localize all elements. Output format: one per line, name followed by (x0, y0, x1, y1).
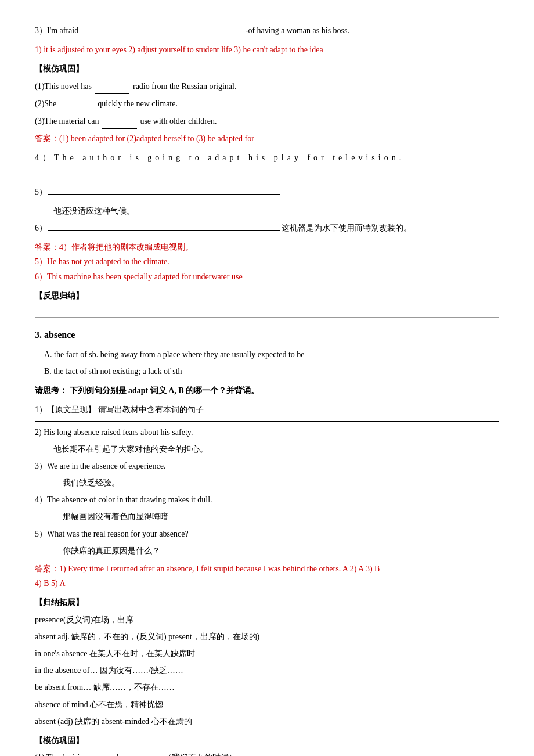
absence-item4-cn: 那幅画因没有着色而显得晦暗 (63, 509, 499, 524)
item3-blank (82, 33, 244, 33)
reflect-title: 【反思归纳】 (35, 289, 499, 303)
expand-title: 【归纳拓展】 (35, 595, 499, 610)
practice-item-3: (3)The material can use with older child… (35, 114, 499, 129)
answer4-text: 答案：4）作者将把他的剧本改编成电视剧。 (35, 243, 193, 251)
answer3-text: 1) it is adjusted to your eyes 2) adjust… (35, 45, 323, 54)
absence-answer-45: 4) B 5) A (35, 579, 66, 588)
absence-answer: 答案：1) Every time I returned after an abs… (35, 561, 499, 591)
item-6: 6）这机器是为水下使用而特别改装的。 (35, 221, 499, 235)
section-divider (35, 317, 499, 318)
practice-item-1: (1)This novel has radio from the Russian… (35, 79, 499, 94)
item4-text: 4）The author is going to adapt his play … (35, 153, 405, 162)
absence-item3-cn: 我们缺乏经验。 (63, 476, 499, 490)
practice-title-2: 【模仿巩固】 (35, 733, 499, 748)
think-prompt: 请思考： 下列例句分别是 adapt 词义 A, B 的哪一个？并背诵。 (35, 383, 499, 398)
answer5-text: 5）He has not yet adapted to the climate. (35, 257, 169, 266)
absence-answer-text: 答案：1) Every time I returned after an abs… (35, 564, 380, 573)
absence-item4: 4）The absence of color in that drawing m… (35, 492, 499, 507)
expand-5: be absent from… 缺席……，不存在…… (35, 680, 499, 694)
expand-6: absence of mind 心不在焉，精神恍惚 (35, 697, 499, 712)
expand-7: absent (adj) 缺席的 absent-minded 心不在焉的 (35, 714, 499, 729)
absence-item2-cn: 他长期不在引起了大家对他的安全的担心。 (53, 442, 499, 456)
think-text: 下列例句分别是 adapt 词义 A, B 的哪一个？并背诵。 (70, 386, 259, 395)
absence-item5-cn: 你缺席的真正原因是什么？ (63, 543, 499, 558)
expand-1: presence(反义词)在场，出席 (35, 613, 499, 627)
expand-4: in the absence of… 因为没有……/缺乏…… (35, 663, 499, 678)
answer-3: 1) it is adjusted to your eyes 2) adjust… (35, 42, 499, 57)
think-label: 请思考： (35, 386, 67, 395)
blank-3a (102, 114, 137, 129)
item-4: 4）The author is going to adapt his play … (35, 150, 499, 179)
word-absence-title: 3. absence (35, 327, 499, 344)
item4-blank (36, 175, 268, 175)
absence-item2: 2) His long absence raised fears about h… (35, 425, 499, 440)
item-5: 5） (35, 185, 499, 199)
practice-item-2: (2)She quickly the new climate. (35, 96, 499, 111)
absence-item5: 5）What was the real reason for your abse… (35, 527, 499, 541)
answer6-text: 6）This machine has been specially adapte… (35, 272, 243, 281)
item-3: 3）I'm afraid -of having a woman as his b… (35, 23, 499, 38)
def-a: A. the fact of sb. being away from a pla… (44, 347, 499, 362)
item1-blank-line (35, 421, 499, 422)
expand-2: absent adj. 缺席的，不在的，(反义词) present，出席的，在场… (35, 629, 499, 644)
blank-2a (60, 96, 95, 111)
def-b: B. the fact of sth not existing; a lack … (44, 364, 499, 379)
expand-3: in one's absence 在某人不在时，在某人缺席时 (35, 646, 499, 661)
absence-practice-1: (1) The decision was made .（我们不在的时候） (35, 750, 499, 756)
item6-blank (48, 230, 280, 231)
absence-item1: 1）【原文呈现】 请写出教材中含有本词的句子 (35, 402, 499, 417)
item3-text: 3）I'm afraid -of having a woman as his b… (35, 26, 349, 35)
page-content: 3）I'm afraid -of having a woman as his b… (35, 23, 499, 756)
item5-blank (48, 194, 280, 195)
absence-item3: 3）We are in the absence of experience. (35, 459, 499, 473)
item5-cn: 他还没适应这种气候。 (53, 204, 499, 218)
blank-1a (95, 79, 129, 94)
practice-answer-1: 答案：(1) been adapted for (2)adapted herse… (35, 131, 499, 146)
reflect-line-1 (35, 307, 499, 307)
answer-456: 答案：4）作者将把他的剧本改编成电视剧。 5）He has not yet ad… (35, 240, 499, 284)
practice-answer-text: 答案：(1) been adapted for (2)adapted herse… (35, 134, 254, 143)
reflect-line-2 (35, 311, 499, 311)
practice-title-1: 【模仿巩固】 (35, 62, 499, 76)
absence-blank-1 (125, 750, 160, 756)
